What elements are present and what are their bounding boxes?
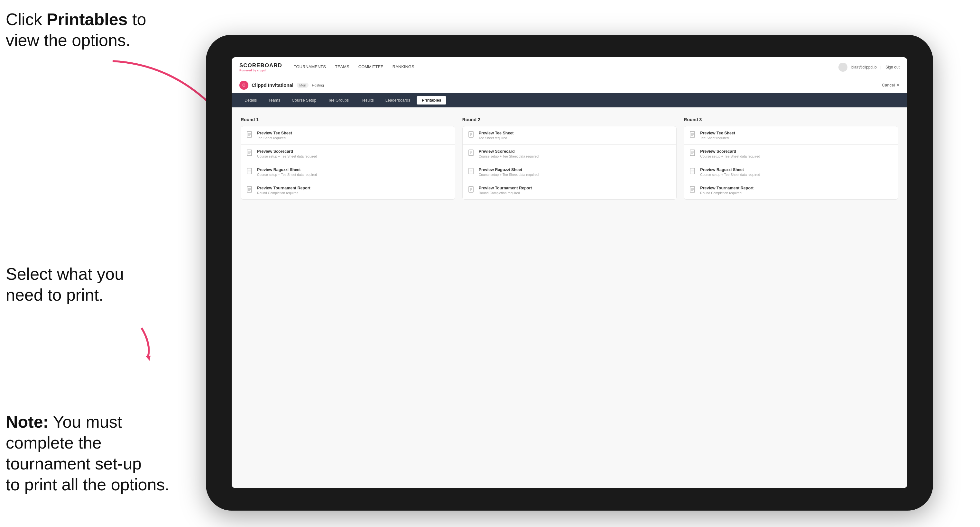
nav-committee[interactable]: COMMITTEE (358, 63, 383, 71)
tournament-header: C Clippd Invitational Men Hosting Cancel… (232, 77, 907, 93)
print-icon-4 (246, 186, 253, 194)
round-2-raguzzi-sub: Course setup + Tee Sheet data required (479, 173, 539, 176)
arrow-middle (84, 325, 154, 364)
round-2-section: Round 2 Preview Tee Sheet Tee S (462, 117, 677, 200)
print-icon-6 (468, 149, 475, 157)
separator: | (881, 65, 881, 70)
logo-sub: Powered by clippd (239, 69, 282, 72)
round-2-tee-sheet-sub: Tee Sheet required (479, 136, 514, 140)
nav-tournaments[interactable]: TOURNAMENTS (294, 63, 326, 71)
nav-rankings[interactable]: RANKINGS (393, 63, 414, 71)
round-3-raguzzi-sub: Course setup + Tee Sheet data required (700, 173, 760, 176)
round-3-tee-sheet-title: Preview Tee Sheet (700, 131, 735, 135)
main-content: Round 1 Preview Tee Sheet Tee S (232, 107, 907, 488)
round-2-scorecard-title: Preview Scorecard (479, 149, 539, 154)
print-icon-10 (689, 149, 696, 157)
print-icon-7 (468, 168, 475, 176)
nav-teams[interactable]: TEAMS (335, 63, 349, 71)
round-2-raguzzi[interactable]: Preview Raguzzi Sheet Course setup + Tee… (463, 163, 677, 181)
print-icon-3 (246, 168, 253, 176)
tablet-screen: SCOREBOARD Powered by clippd TOURNAMENTS… (232, 57, 907, 488)
round-3-section: Round 3 Preview Tee Sheet Tee S (684, 117, 898, 200)
round-1-raguzzi[interactable]: Preview Raguzzi Sheet Course setup + Tee… (241, 163, 455, 181)
round-2-title: Round 2 (462, 117, 677, 122)
tab-leaderboards[interactable]: Leaderboards (380, 96, 415, 105)
tab-tee-groups[interactable]: Tee Groups (323, 96, 354, 105)
round-1-scorecard-sub: Course setup + Tee Sheet data required (257, 154, 317, 158)
round-3-tee-sheet[interactable]: Preview Tee Sheet Tee Sheet required (684, 126, 898, 145)
round-3-title: Round 3 (684, 117, 898, 122)
instruction-bottom: Note: You mustcomplete thetournament set… (6, 411, 170, 495)
round-3-tournament-report[interactable]: Preview Tournament Report Round Completi… (684, 181, 898, 199)
tab-details[interactable]: Details (239, 96, 262, 105)
tab-results[interactable]: Results (355, 96, 379, 105)
tab-printables[interactable]: Printables (417, 96, 446, 105)
tablet-frame: SCOREBOARD Powered by clippd TOURNAMENTS… (206, 35, 933, 511)
sign-out-link[interactable]: Sign out (885, 65, 900, 70)
round-1-title: Round 1 (241, 117, 455, 122)
tournament-name: Clippd Invitational (251, 82, 293, 88)
top-nav-links: TOURNAMENTS TEAMS COMMITTEE RANKINGS (294, 63, 838, 71)
sub-nav: Details Teams Course Setup Tee Groups Re… (232, 93, 907, 107)
svg-marker-1 (146, 356, 151, 361)
round-1-raguzzi-title: Preview Raguzzi Sheet (257, 168, 317, 172)
round-2-tee-sheet-title: Preview Tee Sheet (479, 131, 514, 135)
round-3-scorecard[interactable]: Preview Scorecard Course setup + Tee She… (684, 145, 898, 163)
round-1-tee-sheet[interactable]: Preview Tee Sheet Tee Sheet required (241, 126, 455, 145)
round-1-cards: Preview Tee Sheet Tee Sheet required (241, 126, 455, 200)
round-2-tournament-report-title: Preview Tournament Report (479, 186, 532, 190)
cancel-button[interactable]: Cancel ✕ (882, 83, 900, 87)
tournament-logo: C (239, 81, 248, 90)
round-3-tournament-report-sub: Round Completion required (700, 191, 754, 195)
round-3-tournament-report-title: Preview Tournament Report (700, 186, 754, 190)
round-2-tee-sheet[interactable]: Preview Tee Sheet Tee Sheet required (463, 126, 677, 145)
round-1-tournament-report-sub: Round Completion required (257, 191, 310, 195)
print-icon-9 (689, 131, 696, 139)
print-icon (246, 131, 253, 139)
round-1-tournament-report-text: Preview Tournament Report Round Completi… (257, 186, 310, 195)
instruction-middle: Select what youneed to print. (6, 264, 124, 305)
round-3-raguzzi-title: Preview Raguzzi Sheet (700, 168, 760, 172)
print-icon-5 (468, 131, 475, 139)
top-nav-right: blair@clippd.io | Sign out (838, 63, 900, 72)
user-email: blair@clippd.io (851, 65, 877, 70)
logo-title: SCOREBOARD (239, 62, 282, 69)
print-icon-12 (689, 186, 696, 194)
top-nav: SCOREBOARD Powered by clippd TOURNAMENTS… (232, 57, 907, 77)
tab-teams[interactable]: Teams (263, 96, 285, 105)
user-avatar (838, 63, 848, 72)
round-3-cards: Preview Tee Sheet Tee Sheet required (684, 126, 898, 200)
round-2-scorecard[interactable]: Preview Scorecard Course setup + Tee She… (463, 145, 677, 163)
round-3-tee-sheet-sub: Tee Sheet required (700, 136, 735, 140)
round-1-tee-sheet-title: Preview Tee Sheet (257, 131, 292, 135)
instruction-top: Click Printables toview the options. (6, 9, 146, 51)
tournament-badge: Men (297, 83, 309, 88)
round-1-raguzzi-sub: Course setup + Tee Sheet data required (257, 173, 317, 176)
round-3-scorecard-title: Preview Scorecard (700, 149, 760, 154)
logo-area: SCOREBOARD Powered by clippd (239, 62, 282, 72)
round-2-scorecard-sub: Course setup + Tee Sheet data required (479, 154, 539, 158)
print-icon-11 (689, 168, 696, 176)
round-1-section: Round 1 Preview Tee Sheet Tee S (241, 117, 455, 200)
round-1-scorecard-text: Preview Scorecard Course setup + Tee She… (257, 149, 317, 158)
tournament-status: Hosting (312, 83, 324, 87)
printables-bold: Printables (47, 10, 127, 29)
round-2-tournament-report-sub: Round Completion required (479, 191, 532, 195)
round-1-tee-sheet-text: Preview Tee Sheet Tee Sheet required (257, 131, 292, 140)
round-3-scorecard-sub: Course setup + Tee Sheet data required (700, 154, 760, 158)
round-2-raguzzi-title: Preview Raguzzi Sheet (479, 168, 539, 172)
round-3-raguzzi[interactable]: Preview Raguzzi Sheet Course setup + Tee… (684, 163, 898, 181)
tab-course-setup[interactable]: Course Setup (287, 96, 321, 105)
round-2-cards: Preview Tee Sheet Tee Sheet required (462, 126, 677, 200)
print-icon-2 (246, 149, 253, 157)
round-1-scorecard-title: Preview Scorecard (257, 149, 317, 154)
print-icon-8 (468, 186, 475, 194)
round-1-raguzzi-text: Preview Raguzzi Sheet Course setup + Tee… (257, 168, 317, 176)
round-1-scorecard[interactable]: Preview Scorecard Course setup + Tee She… (241, 145, 455, 163)
rounds-grid: Round 1 Preview Tee Sheet Tee S (241, 117, 898, 200)
round-1-tee-sheet-sub: Tee Sheet required (257, 136, 292, 140)
round-1-tournament-report[interactable]: Preview Tournament Report Round Completi… (241, 181, 455, 199)
round-2-tournament-report[interactable]: Preview Tournament Report Round Completi… (463, 181, 677, 199)
round-1-tournament-report-title: Preview Tournament Report (257, 186, 310, 190)
